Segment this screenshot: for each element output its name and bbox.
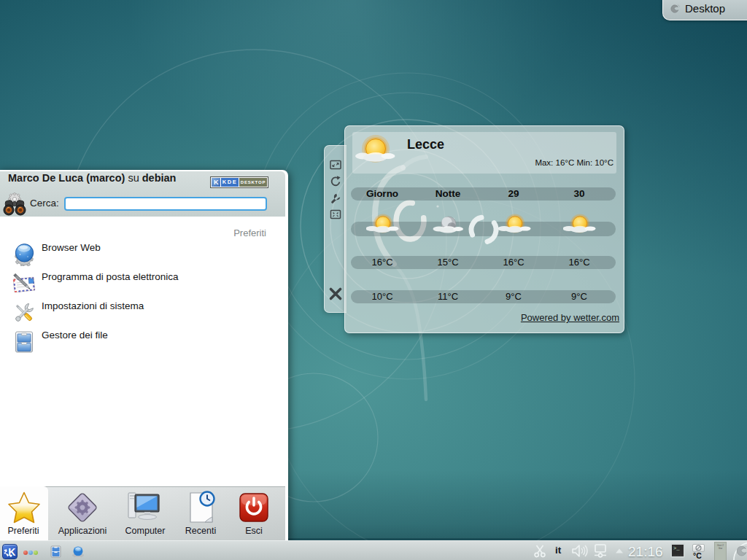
svg-text:K: K <box>8 546 15 558</box>
